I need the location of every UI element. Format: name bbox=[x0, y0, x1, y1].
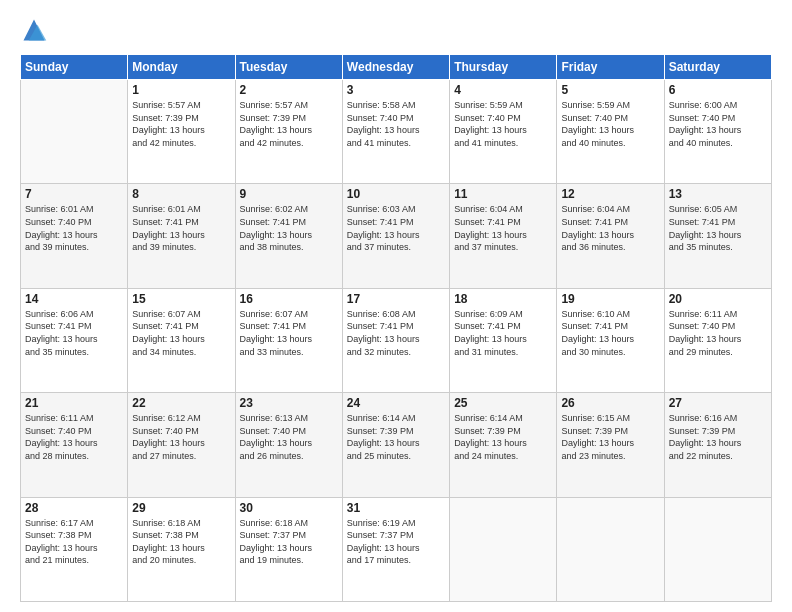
day-info: Sunrise: 6:01 AM Sunset: 7:41 PM Dayligh… bbox=[132, 203, 230, 253]
logo-icon bbox=[20, 16, 48, 44]
day-number: 26 bbox=[561, 396, 659, 410]
day-number: 14 bbox=[25, 292, 123, 306]
day-info: Sunrise: 5:57 AM Sunset: 7:39 PM Dayligh… bbox=[132, 99, 230, 149]
day-info: Sunrise: 6:10 AM Sunset: 7:41 PM Dayligh… bbox=[561, 308, 659, 358]
day-number: 16 bbox=[240, 292, 338, 306]
day-info: Sunrise: 5:58 AM Sunset: 7:40 PM Dayligh… bbox=[347, 99, 445, 149]
day-number: 17 bbox=[347, 292, 445, 306]
day-info: Sunrise: 6:18 AM Sunset: 7:37 PM Dayligh… bbox=[240, 517, 338, 567]
calendar-cell: 31Sunrise: 6:19 AM Sunset: 7:37 PM Dayli… bbox=[342, 497, 449, 601]
day-number: 12 bbox=[561, 187, 659, 201]
weekday-header-sunday: Sunday bbox=[21, 55, 128, 80]
day-info: Sunrise: 5:59 AM Sunset: 7:40 PM Dayligh… bbox=[454, 99, 552, 149]
day-number: 31 bbox=[347, 501, 445, 515]
day-info: Sunrise: 6:08 AM Sunset: 7:41 PM Dayligh… bbox=[347, 308, 445, 358]
calendar-cell: 26Sunrise: 6:15 AM Sunset: 7:39 PM Dayli… bbox=[557, 393, 664, 497]
calendar-week-row: 21Sunrise: 6:11 AM Sunset: 7:40 PM Dayli… bbox=[21, 393, 772, 497]
day-info: Sunrise: 6:01 AM Sunset: 7:40 PM Dayligh… bbox=[25, 203, 123, 253]
day-number: 21 bbox=[25, 396, 123, 410]
weekday-header-wednesday: Wednesday bbox=[342, 55, 449, 80]
calendar-cell: 6Sunrise: 6:00 AM Sunset: 7:40 PM Daylig… bbox=[664, 80, 771, 184]
logo bbox=[20, 16, 52, 46]
calendar-cell: 16Sunrise: 6:07 AM Sunset: 7:41 PM Dayli… bbox=[235, 288, 342, 392]
day-number: 9 bbox=[240, 187, 338, 201]
day-number: 24 bbox=[347, 396, 445, 410]
header bbox=[20, 16, 772, 46]
day-info: Sunrise: 6:14 AM Sunset: 7:39 PM Dayligh… bbox=[454, 412, 552, 462]
calendar-table: SundayMondayTuesdayWednesdayThursdayFrid… bbox=[20, 54, 772, 602]
day-number: 18 bbox=[454, 292, 552, 306]
day-number: 11 bbox=[454, 187, 552, 201]
day-number: 20 bbox=[669, 292, 767, 306]
calendar-cell bbox=[664, 497, 771, 601]
weekday-header-thursday: Thursday bbox=[450, 55, 557, 80]
calendar-cell: 28Sunrise: 6:17 AM Sunset: 7:38 PM Dayli… bbox=[21, 497, 128, 601]
calendar-cell: 18Sunrise: 6:09 AM Sunset: 7:41 PM Dayli… bbox=[450, 288, 557, 392]
day-number: 10 bbox=[347, 187, 445, 201]
calendar-cell: 30Sunrise: 6:18 AM Sunset: 7:37 PM Dayli… bbox=[235, 497, 342, 601]
calendar-cell: 21Sunrise: 6:11 AM Sunset: 7:40 PM Dayli… bbox=[21, 393, 128, 497]
calendar-cell bbox=[21, 80, 128, 184]
day-number: 23 bbox=[240, 396, 338, 410]
day-info: Sunrise: 6:04 AM Sunset: 7:41 PM Dayligh… bbox=[561, 203, 659, 253]
day-info: Sunrise: 5:59 AM Sunset: 7:40 PM Dayligh… bbox=[561, 99, 659, 149]
day-number: 4 bbox=[454, 83, 552, 97]
calendar-header-row: SundayMondayTuesdayWednesdayThursdayFrid… bbox=[21, 55, 772, 80]
calendar-cell: 8Sunrise: 6:01 AM Sunset: 7:41 PM Daylig… bbox=[128, 184, 235, 288]
calendar-cell: 19Sunrise: 6:10 AM Sunset: 7:41 PM Dayli… bbox=[557, 288, 664, 392]
page: SundayMondayTuesdayWednesdayThursdayFrid… bbox=[0, 0, 792, 612]
calendar-week-row: 28Sunrise: 6:17 AM Sunset: 7:38 PM Dayli… bbox=[21, 497, 772, 601]
day-number: 22 bbox=[132, 396, 230, 410]
day-number: 6 bbox=[669, 83, 767, 97]
day-info: Sunrise: 6:11 AM Sunset: 7:40 PM Dayligh… bbox=[25, 412, 123, 462]
day-info: Sunrise: 6:02 AM Sunset: 7:41 PM Dayligh… bbox=[240, 203, 338, 253]
weekday-header-tuesday: Tuesday bbox=[235, 55, 342, 80]
weekday-header-saturday: Saturday bbox=[664, 55, 771, 80]
day-number: 15 bbox=[132, 292, 230, 306]
day-info: Sunrise: 6:11 AM Sunset: 7:40 PM Dayligh… bbox=[669, 308, 767, 358]
day-number: 19 bbox=[561, 292, 659, 306]
day-number: 25 bbox=[454, 396, 552, 410]
weekday-header-monday: Monday bbox=[128, 55, 235, 80]
day-info: Sunrise: 6:07 AM Sunset: 7:41 PM Dayligh… bbox=[240, 308, 338, 358]
day-number: 28 bbox=[25, 501, 123, 515]
calendar-cell: 9Sunrise: 6:02 AM Sunset: 7:41 PM Daylig… bbox=[235, 184, 342, 288]
calendar-cell: 22Sunrise: 6:12 AM Sunset: 7:40 PM Dayli… bbox=[128, 393, 235, 497]
calendar-week-row: 14Sunrise: 6:06 AM Sunset: 7:41 PM Dayli… bbox=[21, 288, 772, 392]
day-info: Sunrise: 6:19 AM Sunset: 7:37 PM Dayligh… bbox=[347, 517, 445, 567]
calendar-cell: 1Sunrise: 5:57 AM Sunset: 7:39 PM Daylig… bbox=[128, 80, 235, 184]
calendar-cell: 29Sunrise: 6:18 AM Sunset: 7:38 PM Dayli… bbox=[128, 497, 235, 601]
day-number: 5 bbox=[561, 83, 659, 97]
calendar-cell bbox=[557, 497, 664, 601]
day-info: Sunrise: 5:57 AM Sunset: 7:39 PM Dayligh… bbox=[240, 99, 338, 149]
calendar-week-row: 7Sunrise: 6:01 AM Sunset: 7:40 PM Daylig… bbox=[21, 184, 772, 288]
calendar-cell: 25Sunrise: 6:14 AM Sunset: 7:39 PM Dayli… bbox=[450, 393, 557, 497]
calendar-cell: 3Sunrise: 5:58 AM Sunset: 7:40 PM Daylig… bbox=[342, 80, 449, 184]
calendar-cell: 4Sunrise: 5:59 AM Sunset: 7:40 PM Daylig… bbox=[450, 80, 557, 184]
day-number: 2 bbox=[240, 83, 338, 97]
day-info: Sunrise: 6:15 AM Sunset: 7:39 PM Dayligh… bbox=[561, 412, 659, 462]
day-info: Sunrise: 6:00 AM Sunset: 7:40 PM Dayligh… bbox=[669, 99, 767, 149]
calendar-week-row: 1Sunrise: 5:57 AM Sunset: 7:39 PM Daylig… bbox=[21, 80, 772, 184]
calendar-cell: 24Sunrise: 6:14 AM Sunset: 7:39 PM Dayli… bbox=[342, 393, 449, 497]
day-info: Sunrise: 6:16 AM Sunset: 7:39 PM Dayligh… bbox=[669, 412, 767, 462]
day-number: 3 bbox=[347, 83, 445, 97]
day-info: Sunrise: 6:06 AM Sunset: 7:41 PM Dayligh… bbox=[25, 308, 123, 358]
calendar-cell bbox=[450, 497, 557, 601]
day-number: 29 bbox=[132, 501, 230, 515]
calendar-cell: 7Sunrise: 6:01 AM Sunset: 7:40 PM Daylig… bbox=[21, 184, 128, 288]
day-info: Sunrise: 6:05 AM Sunset: 7:41 PM Dayligh… bbox=[669, 203, 767, 253]
calendar-cell: 20Sunrise: 6:11 AM Sunset: 7:40 PM Dayli… bbox=[664, 288, 771, 392]
day-number: 27 bbox=[669, 396, 767, 410]
day-info: Sunrise: 6:17 AM Sunset: 7:38 PM Dayligh… bbox=[25, 517, 123, 567]
calendar-cell: 14Sunrise: 6:06 AM Sunset: 7:41 PM Dayli… bbox=[21, 288, 128, 392]
calendar-cell: 12Sunrise: 6:04 AM Sunset: 7:41 PM Dayli… bbox=[557, 184, 664, 288]
calendar-cell: 13Sunrise: 6:05 AM Sunset: 7:41 PM Dayli… bbox=[664, 184, 771, 288]
day-number: 1 bbox=[132, 83, 230, 97]
day-info: Sunrise: 6:03 AM Sunset: 7:41 PM Dayligh… bbox=[347, 203, 445, 253]
day-number: 13 bbox=[669, 187, 767, 201]
calendar-cell: 2Sunrise: 5:57 AM Sunset: 7:39 PM Daylig… bbox=[235, 80, 342, 184]
day-number: 8 bbox=[132, 187, 230, 201]
day-info: Sunrise: 6:14 AM Sunset: 7:39 PM Dayligh… bbox=[347, 412, 445, 462]
calendar-cell: 5Sunrise: 5:59 AM Sunset: 7:40 PM Daylig… bbox=[557, 80, 664, 184]
